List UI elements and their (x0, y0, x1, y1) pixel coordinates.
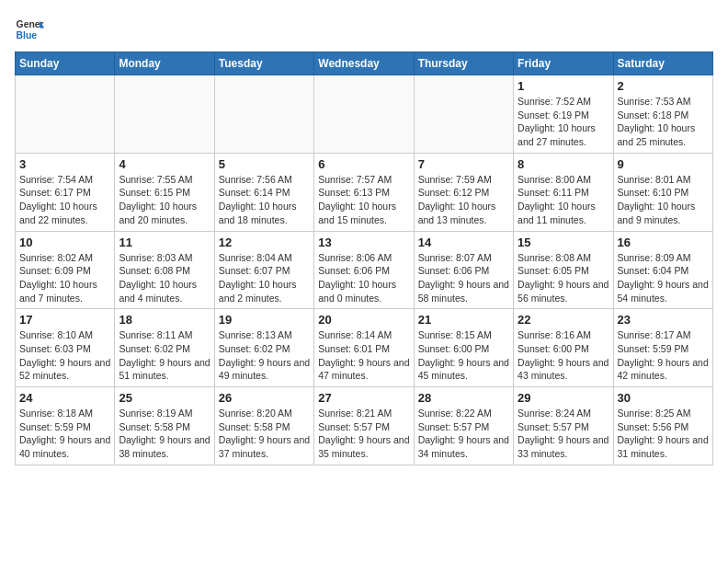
calendar-cell: 26Sunrise: 8:20 AM Sunset: 5:58 PM Dayli… (214, 387, 313, 465)
calendar-week-row: 10Sunrise: 8:02 AM Sunset: 6:09 PM Dayli… (16, 231, 713, 309)
day-number: 22 (518, 313, 609, 327)
day-info: Sunrise: 8:21 AM Sunset: 5:57 PM Dayligh… (318, 407, 409, 461)
calendar-week-row: 1Sunrise: 7:52 AM Sunset: 6:19 PM Daylig… (16, 75, 713, 154)
day-number: 18 (119, 313, 210, 327)
day-number: 7 (418, 157, 509, 171)
day-info: Sunrise: 8:04 AM Sunset: 6:07 PM Dayligh… (219, 251, 310, 305)
day-info: Sunrise: 8:25 AM Sunset: 5:56 PM Dayligh… (618, 407, 709, 461)
day-info: Sunrise: 8:15 AM Sunset: 6:00 PM Dayligh… (418, 328, 509, 383)
calendar-cell: 28Sunrise: 8:22 AM Sunset: 5:57 PM Dayli… (414, 387, 513, 465)
day-number: 13 (318, 236, 409, 249)
day-number: 16 (618, 236, 709, 249)
calendar-cell: 4Sunrise: 7:55 AM Sunset: 6:15 PM Daylig… (115, 153, 214, 231)
day-number: 21 (418, 313, 509, 327)
calendar-cell: 27Sunrise: 8:21 AM Sunset: 5:57 PM Dayli… (314, 387, 414, 465)
day-number: 12 (219, 236, 310, 249)
day-number: 4 (119, 157, 210, 171)
day-number: 1 (518, 79, 609, 93)
day-info: Sunrise: 7:52 AM Sunset: 6:19 PM Dayligh… (518, 95, 609, 149)
logo-icon: General Blue (15, 15, 44, 44)
calendar-cell (314, 75, 414, 154)
day-info: Sunrise: 7:59 AM Sunset: 6:12 PM Dayligh… (418, 173, 509, 227)
calendar-week-row: 24Sunrise: 8:18 AM Sunset: 5:59 PM Dayli… (16, 387, 713, 465)
calendar-cell: 2Sunrise: 7:53 AM Sunset: 6:18 PM Daylig… (613, 75, 712, 154)
day-number: 25 (119, 391, 210, 405)
calendar-cell: 19Sunrise: 8:13 AM Sunset: 6:02 PM Dayli… (214, 309, 313, 387)
day-header-wednesday: Wednesday (314, 52, 414, 75)
calendar-cell: 10Sunrise: 8:02 AM Sunset: 6:09 PM Dayli… (16, 231, 115, 309)
day-number: 14 (418, 236, 509, 249)
calendar-cell: 8Sunrise: 8:00 AM Sunset: 6:11 PM Daylig… (514, 153, 613, 231)
calendar-cell: 25Sunrise: 8:19 AM Sunset: 5:58 PM Dayli… (115, 387, 214, 465)
calendar-cell: 13Sunrise: 8:06 AM Sunset: 6:06 PM Dayli… (314, 231, 414, 309)
day-info: Sunrise: 7:55 AM Sunset: 6:15 PM Dayligh… (119, 173, 210, 227)
day-info: Sunrise: 8:08 AM Sunset: 6:05 PM Dayligh… (518, 251, 609, 305)
day-info: Sunrise: 7:57 AM Sunset: 6:13 PM Dayligh… (318, 173, 409, 227)
calendar-cell: 5Sunrise: 7:56 AM Sunset: 6:14 PM Daylig… (214, 153, 313, 231)
day-header-friday: Friday (514, 52, 613, 75)
calendar-cell: 1Sunrise: 7:52 AM Sunset: 6:19 PM Daylig… (514, 75, 613, 154)
calendar-table: SundayMondayTuesdayWednesdayThursdayFrid… (15, 52, 713, 465)
day-number: 11 (119, 236, 210, 249)
day-info: Sunrise: 8:24 AM Sunset: 5:57 PM Dayligh… (518, 407, 609, 461)
day-number: 27 (318, 391, 409, 405)
day-info: Sunrise: 7:56 AM Sunset: 6:14 PM Dayligh… (219, 173, 310, 227)
calendar-header-row: SundayMondayTuesdayWednesdayThursdayFrid… (16, 52, 713, 75)
day-info: Sunrise: 8:06 AM Sunset: 6:06 PM Dayligh… (318, 251, 409, 305)
day-header-tuesday: Tuesday (214, 52, 313, 75)
calendar-cell: 11Sunrise: 8:03 AM Sunset: 6:08 PM Dayli… (115, 231, 214, 309)
day-info: Sunrise: 8:22 AM Sunset: 5:57 PM Dayligh… (418, 407, 509, 461)
day-number: 8 (518, 157, 609, 171)
day-info: Sunrise: 8:02 AM Sunset: 6:09 PM Dayligh… (19, 251, 110, 305)
day-number: 2 (618, 79, 709, 93)
day-number: 9 (618, 157, 709, 171)
calendar-cell: 30Sunrise: 8:25 AM Sunset: 5:56 PM Dayli… (613, 387, 712, 465)
calendar-cell (214, 75, 313, 154)
calendar-cell: 17Sunrise: 8:10 AM Sunset: 6:03 PM Dayli… (16, 309, 115, 387)
day-info: Sunrise: 8:16 AM Sunset: 6:00 PM Dayligh… (518, 328, 609, 383)
day-info: Sunrise: 8:10 AM Sunset: 6:03 PM Dayligh… (19, 328, 110, 383)
day-info: Sunrise: 8:00 AM Sunset: 6:11 PM Dayligh… (518, 173, 609, 227)
day-number: 23 (618, 313, 709, 327)
day-header-monday: Monday (115, 52, 214, 75)
calendar-cell: 9Sunrise: 8:01 AM Sunset: 6:10 PM Daylig… (613, 153, 712, 231)
calendar-cell: 20Sunrise: 8:14 AM Sunset: 6:01 PM Dayli… (314, 309, 414, 387)
calendar-cell (115, 75, 214, 154)
calendar-cell: 18Sunrise: 8:11 AM Sunset: 6:02 PM Dayli… (115, 309, 214, 387)
day-number: 28 (418, 391, 509, 405)
day-info: Sunrise: 8:20 AM Sunset: 5:58 PM Dayligh… (219, 407, 310, 461)
day-number: 29 (518, 391, 609, 405)
day-number: 10 (19, 236, 110, 249)
day-number: 24 (19, 391, 110, 405)
calendar-cell: 24Sunrise: 8:18 AM Sunset: 5:59 PM Dayli… (16, 387, 115, 465)
day-info: Sunrise: 8:09 AM Sunset: 6:04 PM Dayligh… (618, 251, 709, 305)
day-info: Sunrise: 8:03 AM Sunset: 6:08 PM Dayligh… (119, 251, 210, 305)
day-number: 15 (518, 236, 609, 249)
calendar-cell: 14Sunrise: 8:07 AM Sunset: 6:06 PM Dayli… (414, 231, 513, 309)
day-info: Sunrise: 8:14 AM Sunset: 6:01 PM Dayligh… (318, 328, 409, 383)
day-info: Sunrise: 7:54 AM Sunset: 6:17 PM Dayligh… (19, 173, 110, 227)
calendar-week-row: 17Sunrise: 8:10 AM Sunset: 6:03 PM Dayli… (16, 309, 713, 387)
day-info: Sunrise: 8:19 AM Sunset: 5:58 PM Dayligh… (119, 407, 210, 461)
calendar-week-row: 3Sunrise: 7:54 AM Sunset: 6:17 PM Daylig… (16, 153, 713, 231)
calendar-cell: 7Sunrise: 7:59 AM Sunset: 6:12 PM Daylig… (414, 153, 513, 231)
day-number: 19 (219, 313, 310, 327)
svg-text:Blue: Blue (17, 30, 38, 40)
calendar-cell: 15Sunrise: 8:08 AM Sunset: 6:05 PM Dayli… (514, 231, 613, 309)
day-number: 17 (19, 313, 110, 327)
day-info: Sunrise: 8:01 AM Sunset: 6:10 PM Dayligh… (618, 173, 709, 227)
logo: General Blue (15, 15, 48, 44)
day-info: Sunrise: 8:11 AM Sunset: 6:02 PM Dayligh… (119, 328, 210, 383)
day-info: Sunrise: 7:53 AM Sunset: 6:18 PM Dayligh… (618, 95, 709, 149)
calendar-cell: 16Sunrise: 8:09 AM Sunset: 6:04 PM Dayli… (613, 231, 712, 309)
calendar-cell: 3Sunrise: 7:54 AM Sunset: 6:17 PM Daylig… (16, 153, 115, 231)
calendar-cell: 23Sunrise: 8:17 AM Sunset: 5:59 PM Dayli… (613, 309, 712, 387)
calendar-cell: 21Sunrise: 8:15 AM Sunset: 6:00 PM Dayli… (414, 309, 513, 387)
calendar-cell: 29Sunrise: 8:24 AM Sunset: 5:57 PM Dayli… (514, 387, 613, 465)
day-number: 30 (618, 391, 709, 405)
calendar-cell: 6Sunrise: 7:57 AM Sunset: 6:13 PM Daylig… (314, 153, 414, 231)
day-info: Sunrise: 8:17 AM Sunset: 5:59 PM Dayligh… (618, 328, 709, 383)
day-number: 5 (219, 157, 310, 171)
day-number: 3 (19, 157, 110, 171)
day-number: 6 (318, 157, 409, 171)
